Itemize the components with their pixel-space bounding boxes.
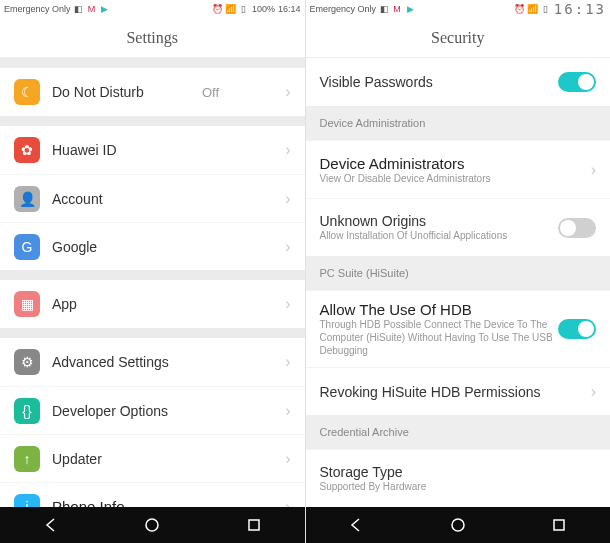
recent-button[interactable]	[548, 514, 570, 536]
section-device-administration: Device Administration	[306, 106, 611, 140]
sublabel: Through HDB Possible Connect The Device …	[320, 318, 559, 357]
sim-icon: ▯	[239, 4, 249, 14]
label: Account	[52, 191, 103, 207]
chevron-right-icon: ›	[285, 141, 290, 159]
row-app[interactable]: ▦ App ›	[0, 280, 305, 328]
row-google[interactable]: G Google ›	[0, 222, 305, 270]
row-visible-passwords[interactable]: Visible Passwords	[306, 58, 611, 106]
carrier-text: Emergency Only	[310, 4, 377, 14]
label: Unknown Origins	[320, 213, 559, 229]
svg-rect-1	[249, 520, 259, 530]
toggle-allow-hdb[interactable]	[558, 319, 596, 339]
battery-text: 100%	[252, 4, 275, 14]
sublabel: View Or Disable Device Administrators	[320, 172, 591, 185]
svg-rect-3	[554, 520, 564, 530]
sim-icon: ▯	[541, 4, 551, 14]
play-icon: ▶	[405, 4, 415, 14]
label: Revoking HiSuite HDB Permissions	[320, 384, 541, 400]
app-icon: ◧	[379, 4, 389, 14]
chevron-right-icon: ›	[285, 498, 290, 508]
row-updater[interactable]: ↑ Updater ›	[0, 434, 305, 482]
chevron-right-icon: ›	[591, 383, 596, 401]
label: Advanced Settings	[52, 354, 169, 370]
row-account[interactable]: 👤 Account ›	[0, 174, 305, 222]
label: Visible Passwords	[320, 74, 433, 90]
update-icon: ↑	[14, 446, 40, 472]
alarm-icon: ⏰	[213, 4, 223, 14]
label: Storage Type	[320, 464, 597, 480]
chevron-right-icon: ›	[285, 238, 290, 256]
label: App	[52, 296, 77, 312]
section-pc-suite: PC Suite (HiSuite)	[306, 256, 611, 290]
developer-icon: {}	[14, 398, 40, 424]
status-bar: Emergency Only ◧ M ▶ ⏰ 📶 ▯ 100% 16:14	[0, 0, 305, 18]
row-developer-options[interactable]: {} Developer Options ›	[0, 386, 305, 434]
wifi-icon: 📶	[226, 4, 236, 14]
home-button[interactable]	[141, 514, 163, 536]
google-icon: G	[14, 234, 40, 260]
chevron-right-icon: ›	[591, 161, 596, 179]
chevron-right-icon: ›	[285, 450, 290, 468]
sublabel: Allow Installation Of Unofficial Applica…	[320, 229, 559, 242]
svg-point-2	[452, 519, 464, 531]
chevron-right-icon: ›	[285, 83, 290, 101]
page-title: Security	[306, 18, 611, 58]
row-revoke-hisuite[interactable]: Revoking HiSuite HDB Permissions ›	[306, 367, 611, 415]
page-title: Settings	[0, 18, 305, 58]
label: Phone Info	[52, 498, 125, 507]
home-button[interactable]	[447, 514, 469, 536]
sublabel: Supported By Hardware	[320, 480, 597, 493]
label: Allow The Use Of HDB	[320, 301, 559, 318]
label: Updater	[52, 451, 102, 467]
chevron-right-icon: ›	[285, 402, 290, 420]
value: Off	[202, 85, 219, 100]
row-device-administrators[interactable]: Device Administrators View Or Disable De…	[306, 140, 611, 198]
chevron-right-icon: ›	[285, 295, 290, 313]
moon-icon: ☾	[14, 79, 40, 105]
gmail-icon: M	[87, 4, 97, 14]
label: Google	[52, 239, 97, 255]
row-phone-info[interactable]: i Phone Info ›	[0, 482, 305, 507]
huawei-icon: ✿	[14, 137, 40, 163]
toggle-visible-passwords[interactable]	[558, 72, 596, 92]
label: Developer Options	[52, 403, 168, 419]
chevron-right-icon: ›	[285, 353, 290, 371]
chevron-right-icon: ›	[285, 190, 290, 208]
label: Huawei ID	[52, 142, 117, 158]
row-do-not-disturb[interactable]: ☾ Do Not Disturb Off ›	[0, 68, 305, 116]
label: Device Administrators	[320, 155, 591, 172]
person-icon: 👤	[14, 186, 40, 212]
clock-text: 16:14	[278, 4, 301, 14]
section-credential-archive: Credential Archive	[306, 415, 611, 449]
gmail-icon: M	[392, 4, 402, 14]
row-unknown-origins[interactable]: Unknown Origins Allow Installation Of Un…	[306, 198, 611, 256]
gear-icon: ⚙	[14, 349, 40, 375]
recent-button[interactable]	[243, 514, 265, 536]
clock-text: 16:13	[554, 1, 606, 17]
app-icon: ◧	[74, 4, 84, 14]
nav-bar	[306, 507, 611, 543]
row-allow-hdb[interactable]: Allow The Use Of HDB Through HDB Possibl…	[306, 290, 611, 367]
row-storage-type: Storage Type Supported By Hardware	[306, 449, 611, 507]
wifi-icon: 📶	[528, 4, 538, 14]
security-pane: Emergency Only ◧ M ▶ ⏰ 📶 ▯ 16:13 Securit…	[305, 0, 611, 543]
row-huawei-id[interactable]: ✿ Huawei ID ›	[0, 126, 305, 174]
row-advanced-settings[interactable]: ⚙ Advanced Settings ›	[0, 338, 305, 386]
svg-point-0	[146, 519, 158, 531]
label: Do Not Disturb	[52, 84, 144, 100]
play-icon: ▶	[100, 4, 110, 14]
alarm-icon: ⏰	[515, 4, 525, 14]
apps-icon: ▦	[14, 291, 40, 317]
info-icon: i	[14, 494, 40, 508]
nav-bar	[0, 507, 305, 543]
status-bar: Emergency Only ◧ M ▶ ⏰ 📶 ▯ 16:13	[306, 0, 611, 18]
back-button[interactable]	[40, 514, 62, 536]
carrier-text: Emergency Only	[4, 4, 71, 14]
toggle-unknown-origins[interactable]	[558, 218, 596, 238]
back-button[interactable]	[345, 514, 367, 536]
settings-pane: Emergency Only ◧ M ▶ ⏰ 📶 ▯ 100% 16:14 Se…	[0, 0, 305, 543]
